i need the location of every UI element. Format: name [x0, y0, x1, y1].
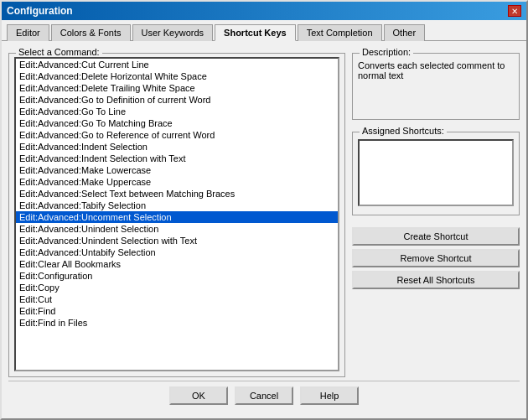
tab-text-completion[interactable]: Text Completion — [298, 24, 382, 41]
list-item[interactable]: Edit:Advanced:Tabify Selection — [16, 200, 338, 211]
command-group-label: Select a Command: — [16, 47, 102, 57]
list-item[interactable]: Edit:Advanced:Indent Selection with Text — [16, 153, 338, 164]
list-item[interactable]: Edit:Advanced:Go to Definition of curren… — [16, 94, 338, 106]
left-panel: Select a Command: Edit:Advanced:Cut Curr… — [8, 48, 345, 377]
list-item[interactable]: Edit:Advanced:Go To Line — [16, 106, 338, 117]
list-item[interactable]: Edit:Advanced:Delete Horizontal White Sp… — [16, 70, 338, 82]
command-group: Select a Command: Edit:Advanced:Cut Curr… — [8, 53, 345, 377]
footer: OK Cancel Help — [8, 381, 520, 412]
remove-shortcut-button[interactable]: Remove Shortcut — [352, 249, 520, 267]
list-item[interactable]: Edit:Find in Files — [16, 317, 338, 329]
list-item[interactable]: Edit:Cut — [16, 293, 338, 305]
list-item[interactable]: Edit:Advanced:Make Lowercase — [16, 164, 338, 176]
tabs-bar: Editor Colors & Fonts User Keywords Shor… — [2, 20, 526, 41]
list-item[interactable]: Edit:Advanced:Unindent Selection — [16, 223, 338, 235]
list-item[interactable]: Edit:Advanced:Cut Current Line — [16, 59, 338, 70]
right-panel: Description: Converts each selected comm… — [352, 48, 520, 377]
tab-shortcut-keys[interactable]: Shortcut Keys — [215, 24, 296, 41]
list-item[interactable]: Edit:Copy — [16, 282, 338, 293]
list-item[interactable]: Edit:Advanced:Select Text between Matchi… — [16, 188, 338, 200]
list-item[interactable]: Edit:Advanced:Make Uppercase — [16, 176, 338, 188]
shortcuts-group-label: Assigned Shortcuts: — [360, 126, 447, 136]
create-shortcut-button[interactable]: Create Shortcut — [352, 227, 520, 246]
shortcuts-list[interactable] — [358, 139, 514, 206]
titlebar: Configuration ✕ — [2, 2, 526, 20]
list-item[interactable]: Edit:Configuration — [16, 270, 338, 282]
list-item[interactable]: Edit:Find — [16, 305, 338, 317]
description-text: Converts each selected comment to normal… — [358, 60, 514, 80]
tab-user-keywords[interactable]: User Keywords — [132, 24, 214, 41]
close-button[interactable]: ✕ — [508, 5, 521, 17]
list-item[interactable]: Edit:Advanced:Go to Reference of current… — [16, 129, 338, 141]
tab-other[interactable]: Other — [384, 24, 426, 41]
configuration-window: Configuration ✕ Editor Colors & Fonts Us… — [0, 0, 528, 420]
list-item[interactable]: Edit:Advanced:Go To Matching Brace — [16, 117, 338, 129]
help-button[interactable]: Help — [300, 386, 359, 405]
description-group-label: Description: — [360, 47, 413, 57]
list-item[interactable]: Edit:Advanced:Uncomment Selection — [16, 211, 338, 223]
list-item[interactable]: Edit:Advanced:Delete Trailing White Spac… — [16, 82, 338, 94]
ok-button[interactable]: OK — [169, 386, 228, 405]
list-item[interactable]: Edit:Advanced:Indent Selection — [16, 141, 338, 153]
list-item[interactable]: Edit:Clear All Bookmarks — [16, 258, 338, 270]
shortcuts-group: Assigned Shortcuts: — [352, 132, 520, 215]
cancel-button[interactable]: Cancel — [235, 386, 293, 405]
reset-shortcuts-button[interactable]: Reset All Shortcuts — [352, 271, 520, 289]
content-area: Select a Command: Edit:Advanced:Cut Curr… — [2, 41, 526, 418]
command-list[interactable]: Edit:Advanced:Cut Current LineEdit:Advan… — [14, 57, 339, 371]
tab-colors-fonts[interactable]: Colors & Fonts — [51, 24, 131, 41]
window-title: Configuration — [7, 5, 73, 17]
list-item[interactable]: Edit:Advanced:Untabify Selection — [16, 246, 338, 258]
shortcut-buttons: Create Shortcut Remove Shortcut Reset Al… — [352, 227, 520, 289]
tab-editor[interactable]: Editor — [7, 24, 49, 41]
main-area: Select a Command: Edit:Advanced:Cut Curr… — [8, 48, 520, 377]
description-group: Description: Converts each selected comm… — [352, 53, 520, 120]
list-item[interactable]: Edit:Advanced:Unindent Selection with Te… — [16, 235, 338, 246]
